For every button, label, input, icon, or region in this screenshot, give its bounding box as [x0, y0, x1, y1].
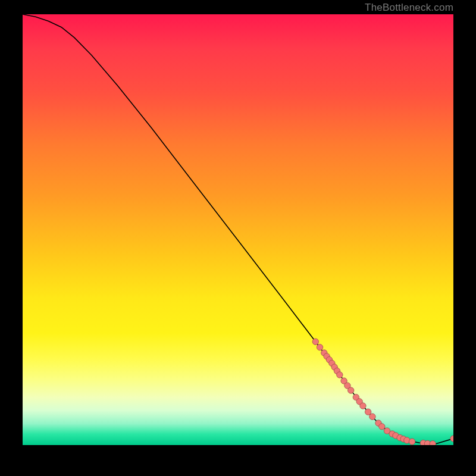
chart-container: TheBottleneck.com — [0, 0, 476, 476]
chart-plot-area — [23, 14, 453, 445]
attribution-text: TheBottleneck.com — [365, 2, 453, 12]
